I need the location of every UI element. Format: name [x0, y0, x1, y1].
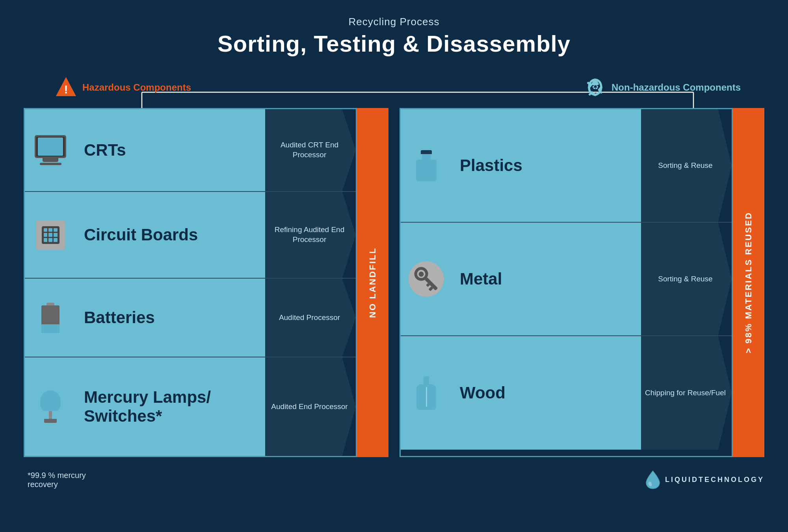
hazardous-label: ! Hazardous Components [55, 76, 191, 98]
right-banner-text: > 98% MATERIALS REUSED [743, 212, 754, 353]
chip-icon [36, 220, 65, 250]
batteries-label: Batteries [84, 308, 155, 327]
logo-text: LIQUIDTECHNOLOGY [665, 476, 764, 484]
lamp-icon [40, 391, 61, 423]
metal-processor-cell: Sorting & Reuse [641, 223, 732, 335]
recycle-icon: ♻ [584, 76, 606, 98]
svg-text:!: ! [64, 83, 68, 96]
left-rows: CRTs Audited CRT End Processor [24, 108, 357, 457]
key-icon [411, 264, 441, 294]
main-panels: CRTs Audited CRT End Processor [24, 108, 764, 457]
crts-label-cell: CRTs [76, 109, 265, 191]
plastics-row: Plastics Sorting & Reuse [401, 109, 732, 223]
crts-processor: Audited CRT End Processor [265, 140, 356, 160]
plastics-processor: Sorting & Reuse [654, 161, 718, 171]
metal-processor: Sorting & Reuse [654, 274, 718, 284]
batteries-row: Batteries Audited Processor [25, 279, 356, 357]
batteries-processor-cell: Audited Processor [265, 279, 356, 357]
wood-row: Wood Chipping for Reuse/Fuel [401, 336, 732, 450]
crts-icon-cell [25, 109, 76, 191]
mercury-row: Mercury Lamps/ Switches* Audited End Pro… [25, 357, 356, 456]
mercury-label-cell: Mercury Lamps/ Switches* [76, 357, 265, 456]
crts-label: CRTs [84, 141, 126, 160]
battery-icon [41, 303, 59, 333]
circuit-icon-cell [25, 192, 76, 278]
page-header: Recycling Process Sorting, Testing & Dis… [217, 16, 571, 57]
metal-row: Metal Sorting & Reuse [401, 223, 732, 336]
right-banner: > 98% MATERIALS REUSED [733, 108, 764, 457]
left-banner: NO LANDFILL [357, 108, 388, 457]
svg-text:♻: ♻ [592, 82, 599, 91]
tv-icon [35, 135, 66, 165]
non-hazardous-text: Non-hazardous Components [611, 82, 741, 93]
wood-label: Wood [460, 383, 506, 402]
logo-area: LIQUIDTECHNOLOGY [108, 470, 764, 489]
circuit-processor: Refining Audited End Processor [265, 225, 356, 244]
circuit-row: Circuit Boards Refining Audited End Proc… [25, 192, 356, 279]
mercury-label: Mercury Lamps/ Switches* [84, 388, 265, 426]
logo-icon [645, 470, 660, 489]
crts-processor-cell: Audited CRT End Processor [265, 109, 356, 191]
batteries-label-cell: Batteries [76, 279, 265, 357]
hazardous-text: Hazardous Components [82, 82, 191, 93]
footer: *99.9 % mercury recovery LIQUIDTECHNOLOG… [24, 464, 764, 489]
crts-row: CRTs Audited CRT End Processor [25, 109, 356, 192]
metal-label-cell: Metal [452, 223, 641, 335]
circuit-label: Circuit Boards [84, 225, 198, 244]
circuit-label-cell: Circuit Boards [76, 192, 265, 278]
left-panel: CRTs Audited CRT End Processor [24, 108, 388, 457]
wood-icon-cell [401, 336, 452, 450]
wood-processor: Chipping for Reuse/Fuel [641, 388, 732, 398]
key-bg [409, 261, 444, 297]
header-title: Sorting, Testing & Disassembly [217, 30, 571, 57]
right-rows: Plastics Sorting & Reuse [400, 108, 733, 457]
footer-note: *99.9 % mercury recovery [24, 471, 108, 489]
batteries-icon-cell [25, 279, 76, 357]
circuit-processor-cell: Refining Audited End Processor [265, 192, 356, 278]
wood-icon [416, 376, 436, 410]
mercury-icon-cell [25, 357, 76, 456]
plastics-icon-cell [401, 109, 452, 222]
header-subtitle: Recycling Process [217, 16, 571, 28]
mercury-processor-cell: Audited End Processor [265, 357, 356, 456]
plastics-label-cell: Plastics [452, 109, 641, 222]
plastics-processor-cell: Sorting & Reuse [641, 109, 732, 222]
metal-label: Metal [460, 270, 502, 288]
left-banner-text: NO LANDFILL [368, 247, 378, 318]
mercury-processor: Audited End Processor [267, 402, 353, 412]
plastic-icon [416, 150, 437, 181]
wood-processor-cell: Chipping for Reuse/Fuel [641, 336, 732, 450]
warning-icon: ! [55, 76, 77, 98]
batteries-processor: Audited Processor [275, 313, 346, 323]
right-panel: Plastics Sorting & Reuse [400, 108, 764, 457]
wood-label-cell: Wood [452, 336, 641, 450]
plastics-label: Plastics [460, 156, 522, 175]
non-hazardous-label: ♻ Non-hazardous Components [584, 76, 741, 98]
metal-icon-cell [401, 223, 452, 335]
